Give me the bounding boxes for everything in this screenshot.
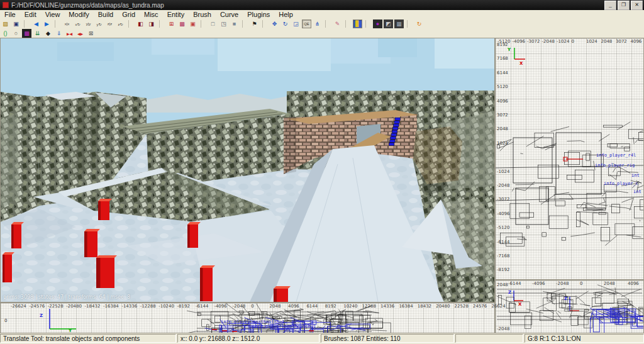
rotate-tool-icon[interactable]: ↻	[280, 19, 290, 28]
menu-item-entity[interactable]: Entity	[163, 11, 189, 18]
menu-item-grid[interactable]: Grid	[118, 11, 140, 18]
ruler-label: -18432	[85, 304, 101, 309]
window-title: F:/HD/F/ONLINE/gunzmaps/data/maps/as_tun…	[11, 2, 164, 9]
xz-2d-view[interactable]: -6144-4096-204802048409661442048-2048ZXZ	[495, 280, 644, 333]
rotate-y-icon[interactable]: y↻	[94, 19, 104, 28]
toolbar-separator	[201, 20, 206, 28]
flip-z-icon[interactable]: z|z	[105, 19, 114, 28]
menu-item-brush[interactable]: Brush	[189, 11, 216, 18]
menu-item-misc[interactable]: Misc	[140, 11, 163, 18]
ruler-label: -4096	[513, 39, 525, 44]
qe-tool-button[interactable]: QE	[302, 19, 311, 28]
ruler-label: -22528	[48, 304, 64, 309]
flip-y-icon[interactable]: y|y	[84, 19, 93, 28]
ruler-label: -2048	[556, 281, 569, 286]
patch-poly-icon[interactable]: ○	[11, 29, 21, 38]
entity-label: int	[631, 173, 640, 178]
toolbar-separator	[345, 20, 350, 28]
ruler-label: -2048	[497, 183, 509, 188]
menu-item-file[interactable]: File	[0, 11, 20, 18]
ruler-label: 10240	[343, 304, 357, 309]
ruler-label: 22528	[455, 304, 469, 309]
ruler-label: -8192	[497, 267, 509, 272]
minimize-button[interactable]: _	[604, 1, 616, 10]
toolbar-separator	[159, 20, 164, 28]
texture-lock-icon[interactable]: ▊	[353, 19, 362, 28]
refresh-models-icon[interactable]: ↻	[414, 19, 424, 28]
toolbar-row-1: ▨▣◀▶x|xx↻y|yy↻z|zz↻◧◨⊞▩▣□◳■⚑✥↻◲QE⋔✎▊●◩▦↻	[0, 19, 644, 29]
delete-icon[interactable]: ⊠	[86, 29, 96, 38]
camera-flag-icon[interactable]: ⚑	[250, 19, 259, 28]
redo-icon[interactable]: ▶	[42, 19, 52, 28]
ruler-label: Z	[40, 313, 43, 318]
close-button[interactable]: ✕	[631, 1, 643, 10]
cap-patch-icon[interactable]: ⇊	[33, 29, 42, 38]
camera-preview-icon[interactable]: ◆	[43, 29, 53, 38]
ruler-label: 14336	[380, 304, 394, 309]
texture-window-icon[interactable]: ▦	[394, 19, 404, 28]
ruler-label: 26624	[491, 304, 505, 309]
xy-2d-view[interactable]: -5120-4096-3072-2048-1024010242048307240…	[495, 38, 644, 280]
rotate-z-icon[interactable]: z↻	[116, 19, 125, 28]
ruler-label: -2048	[497, 326, 509, 331]
ruler-label: 2048	[604, 281, 615, 286]
status-empty-panel	[455, 334, 523, 343]
menu-item-help[interactable]: Help	[274, 11, 297, 18]
drop-entity-icon[interactable]: ⇓	[54, 29, 64, 38]
save-file-icon[interactable]: ▣	[11, 19, 21, 28]
undo-icon[interactable]: ◀	[31, 19, 41, 28]
menu-item-build[interactable]: Build	[94, 11, 118, 18]
mirror-x-icon[interactable]: ▶◀	[65, 29, 74, 38]
menu-item-view[interactable]: View	[41, 11, 65, 18]
open-file-icon[interactable]: ▨	[1, 19, 10, 28]
ruler-label: -20480	[66, 304, 82, 309]
spawn-box	[274, 286, 291, 302]
ruler-label: -4096	[497, 211, 509, 216]
toolbar-separator	[55, 20, 60, 28]
ruler-label: 8192	[325, 304, 336, 309]
ruler-label: 1024	[586, 39, 597, 44]
ruler-label: -4096	[532, 281, 545, 286]
eraser-icon[interactable]: ✎	[333, 19, 342, 28]
region-icon[interactable]: ▣	[188, 19, 197, 28]
camera-3d-viewport[interactable]: prims: 3098 | states: 47 | transforms: 6…	[0, 38, 495, 302]
texture-browser-icon[interactable]: ▩	[22, 29, 31, 38]
ruler-label: -2048	[233, 304, 245, 309]
texture-view-icon[interactable]: ◨	[147, 19, 156, 28]
status-brush-entity-counts: Brushes: 1087 Entities: 110	[321, 334, 454, 343]
menu-item-plugins[interactable]: Plugins	[243, 11, 274, 18]
ruler-label: -2048	[542, 39, 555, 44]
selection-grid-icon[interactable]: ⊞	[167, 19, 176, 28]
vertex-tool-icon[interactable]: ⋔	[313, 19, 322, 28]
ruler-label: Y	[69, 328, 72, 333]
app-icon	[3, 2, 9, 8]
ruler-label: 4096	[631, 39, 642, 44]
mirror-split-icon[interactable]: ◀▶	[75, 29, 85, 38]
extrude-brush-icon[interactable]: ◳	[219, 19, 228, 28]
toolbar-separator	[262, 20, 267, 28]
patch-bend-icon[interactable]: ()	[1, 29, 10, 38]
ruler-label: 16384	[399, 304, 413, 309]
menu-item-modify[interactable]: Modify	[64, 11, 93, 18]
clone-selection-icon[interactable]: ▩	[177, 19, 187, 28]
ruler-label: X	[519, 61, 523, 66]
menu-item-curve[interactable]: Curve	[216, 11, 243, 18]
change-views-icon[interactable]: ◧	[136, 19, 145, 28]
hollow-brush-icon[interactable]: □	[208, 19, 218, 28]
ruler-label: 0	[580, 281, 582, 286]
ruler-label: 4096	[628, 281, 639, 286]
solid-brush-icon[interactable]: ■	[230, 19, 239, 28]
console-icon[interactable]: ◩	[384, 19, 393, 28]
toolbar-separator	[24, 20, 29, 28]
yz-strip-2d-view[interactable]: -26624-24576-22528-20480-18432-16384-143…	[0, 302, 495, 333]
translate-tool-icon[interactable]: ✥	[270, 19, 279, 28]
ruler-label: 7168	[497, 56, 508, 61]
flip-x-icon[interactable]: x|x	[62, 19, 72, 28]
scale-tool-icon[interactable]: ◲	[291, 19, 301, 28]
rotate-x-icon[interactable]: x↻	[73, 19, 82, 28]
restore-button[interactable]: ❐	[618, 1, 630, 10]
entity-label: info_player_deathmatch_1	[252, 324, 316, 329]
menu-item-edit[interactable]: Edit	[20, 11, 41, 18]
entity-sphere-icon[interactable]: ●	[373, 19, 382, 28]
menu-bar: FileEditViewModifyBuildGridMiscEntityBru…	[0, 10, 644, 19]
